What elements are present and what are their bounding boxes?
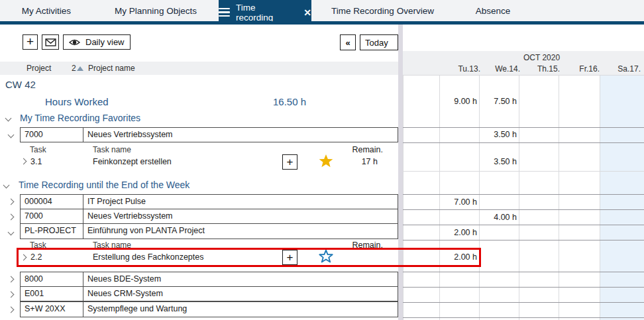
menu-icon[interactable] bbox=[219, 6, 230, 19]
calendar-week-title: CW 42 bbox=[5, 79, 36, 90]
tab-bar-underline bbox=[0, 21, 644, 25]
chevron-down-icon[interactable] bbox=[3, 182, 10, 189]
grid-line bbox=[403, 272, 644, 272]
project-row-e001[interactable]: E001 Neues CRM-System bbox=[20, 286, 398, 301]
add-booking-button[interactable]: + bbox=[282, 154, 297, 170]
day-header-fr16: Fr.16. bbox=[559, 64, 600, 74]
day-header-we14: We.14. bbox=[479, 64, 520, 74]
grid-line bbox=[403, 142, 644, 143]
project-id-cell: PL-PROJECT bbox=[21, 224, 83, 239]
chevrons-left-icon: « bbox=[345, 38, 350, 48]
time-cell-hours-worked-we14[interactable]: 7.50 h bbox=[479, 97, 517, 106]
tab-my-planning-objects[interactable]: My Planning Objects bbox=[93, 0, 219, 21]
project-name-cell: Neues Vertriebssystem bbox=[83, 209, 398, 223]
grid-line bbox=[403, 302, 644, 303]
plus-icon: + bbox=[27, 35, 34, 48]
calendar-header-band: OCT 2020 Mo.12. Tu.13. We.14. Th.15. Fr.… bbox=[403, 51, 644, 76]
project-name-cell: Neues CRM-System bbox=[83, 287, 398, 301]
chevron-down-icon[interactable] bbox=[8, 229, 15, 236]
chevron-right-icon[interactable] bbox=[8, 214, 15, 221]
today-label: Today bbox=[365, 38, 388, 48]
eye-icon bbox=[69, 38, 80, 46]
time-cell-task-3-1-we14[interactable]: 3.50 h bbox=[479, 157, 517, 166]
project-id-cell: 7000 bbox=[21, 128, 83, 142]
grid-line bbox=[403, 75, 644, 76]
chevron-right-icon[interactable] bbox=[8, 199, 15, 205]
previous-period-button[interactable]: « bbox=[340, 34, 356, 50]
project-id-cell: E001 bbox=[21, 287, 83, 301]
project-id-cell: 000004 bbox=[21, 195, 83, 209]
daily-view-button[interactable]: Daily view bbox=[63, 34, 131, 50]
time-cell-fav-7000-we14[interactable]: 3.50 h bbox=[479, 130, 517, 139]
grid-line bbox=[403, 209, 644, 210]
time-cell-pl-project-tu13[interactable]: 2.00 h bbox=[439, 228, 477, 237]
project-name-cell: Neues BDE-System bbox=[83, 272, 398, 286]
weekend-column-highlight bbox=[600, 76, 644, 320]
time-cell-000004-tu13[interactable]: 7.00 h bbox=[439, 197, 477, 207]
chevron-down-icon[interactable] bbox=[8, 132, 15, 138]
day-header-tu13: Tu.13. bbox=[439, 64, 480, 74]
grid-line bbox=[403, 76, 403, 320]
day-header-sa17: Sa.17. bbox=[600, 64, 641, 74]
tab-label: Time Recording Overview bbox=[331, 6, 434, 16]
close-icon[interactable]: ✕ bbox=[303, 7, 311, 18]
project-name-cell: Systempflege und Wartung bbox=[83, 302, 398, 317]
project-row-7000[interactable]: 7000 Neues Vertriebssystem bbox=[20, 209, 398, 224]
tab-bar: My Activities My Planning Objects Time r… bbox=[0, 0, 644, 21]
pane-splitter[interactable] bbox=[398, 25, 403, 320]
tab-label: My Planning Objects bbox=[115, 6, 197, 16]
chevron-right-icon[interactable] bbox=[21, 158, 27, 165]
project-row-favorite-7000[interactable]: 7000 Neues Vertriebssystem bbox=[20, 127, 398, 142]
time-cell-hours-worked-tu13[interactable]: 9.00 h bbox=[439, 97, 477, 106]
grid-line bbox=[403, 240, 644, 240]
remaining-hours-cell: 17 h bbox=[298, 157, 378, 166]
chevron-right-icon[interactable] bbox=[8, 292, 15, 298]
sort-indicator[interactable]: 2 bbox=[72, 64, 83, 73]
add-time-entry-button[interactable]: + bbox=[23, 34, 38, 50]
day-header-th15: Th.15. bbox=[519, 64, 560, 74]
sort-ascending-icon bbox=[77, 66, 83, 71]
grid-line bbox=[403, 127, 644, 128]
hours-worked-total: 16.50 h bbox=[273, 96, 306, 107]
grid-line bbox=[403, 317, 644, 318]
column-header-project-name[interactable]: Project name bbox=[88, 64, 135, 73]
grid-line bbox=[479, 76, 480, 320]
grid-line bbox=[600, 76, 600, 320]
column-header-remaining: Remain. bbox=[298, 145, 383, 154]
project-row-000004[interactable]: 000004 IT Project Pulse bbox=[20, 194, 398, 209]
sort-order-number: 2 bbox=[72, 64, 76, 73]
hours-worked-label: Hours Worked bbox=[45, 96, 109, 107]
project-row-sw20xx[interactable]: S+W 20XX Systempflege und Wartung bbox=[20, 301, 398, 317]
tab-time-recording-overview[interactable]: Time Recording Overview bbox=[311, 0, 454, 21]
chevron-right-icon[interactable] bbox=[8, 276, 15, 283]
table-header-band: Project 2 Project name bbox=[0, 62, 398, 75]
column-header-task-name: Task name bbox=[93, 145, 131, 154]
grid-line bbox=[403, 171, 644, 172]
project-id-cell: S+W 20XX bbox=[21, 302, 83, 317]
section-title-week[interactable]: Time Recording until the End of the Week bbox=[19, 180, 189, 190]
project-row-8000[interactable]: 8000 Neues BDE-System bbox=[20, 272, 398, 287]
grid-line bbox=[559, 76, 559, 320]
project-name-cell: IT Project Pulse bbox=[83, 195, 398, 209]
grid-line bbox=[519, 76, 519, 320]
project-row-pl-project[interactable]: PL-PROJECT Einführung von PLANTA Project bbox=[20, 223, 398, 239]
chevron-down-icon[interactable] bbox=[5, 115, 12, 122]
task-id-cell: 3.1 bbox=[30, 157, 42, 166]
time-cell-7000-we14[interactable]: 4.00 h bbox=[479, 213, 517, 222]
mail-button[interactable] bbox=[42, 34, 59, 50]
column-header-task: Task bbox=[30, 145, 46, 154]
today-button[interactable]: Today bbox=[360, 34, 398, 50]
time-recording-app: My Activities My Planning Objects Time r… bbox=[0, 0, 644, 320]
calendar-month-label: OCT 2020 bbox=[523, 53, 560, 62]
tab-label: Absence bbox=[476, 6, 511, 16]
daily-view-label: Daily view bbox=[85, 37, 125, 47]
task-name-cell: Feinkonzept erstellen bbox=[93, 157, 172, 166]
section-title-favorites[interactable]: My Time Recording Favorites bbox=[20, 113, 140, 123]
column-header-project[interactable]: Project bbox=[27, 64, 51, 73]
tab-absence[interactable]: Absence bbox=[454, 0, 532, 21]
tab-my-activities[interactable]: My Activities bbox=[0, 0, 93, 21]
tab-label: Time recording bbox=[236, 3, 295, 23]
chevron-right-icon[interactable] bbox=[8, 307, 15, 313]
grid-line bbox=[403, 225, 644, 225]
project-name-cell: Einführung von PLANTA Project bbox=[83, 224, 398, 239]
